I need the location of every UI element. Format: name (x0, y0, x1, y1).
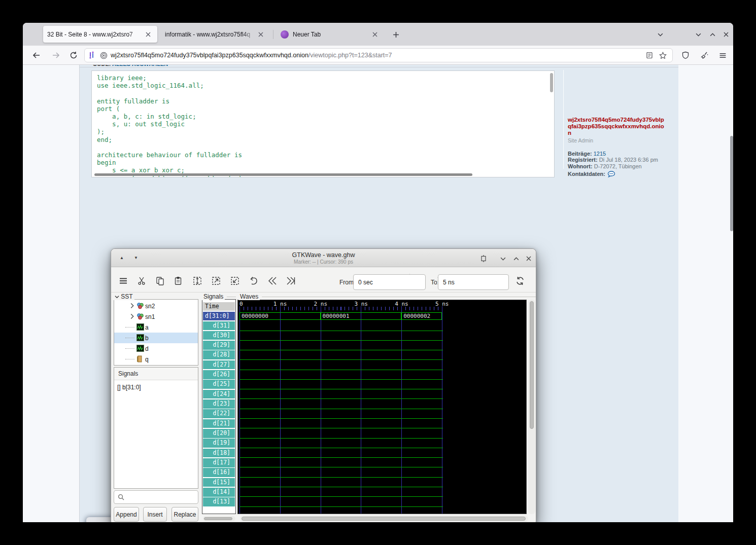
signal-cell-d[22][interactable]: d[22] (203, 409, 235, 418)
signal-cell-d[16][interactable]: d[16] (203, 468, 235, 477)
expander-chevron-icon[interactable] (130, 303, 134, 309)
tab-new-tab[interactable]: Neuer Tab (277, 26, 384, 43)
undo-icon[interactable] (248, 275, 260, 287)
from-time-input[interactable]: 0 sec (353, 274, 426, 290)
go-to-start-icon[interactable] (266, 275, 279, 287)
tree-item-b[interactable]: b (114, 333, 198, 343)
gtkwave-minimize-icon[interactable] (497, 253, 508, 264)
waveform-icon (136, 334, 144, 341)
waveform-icon (136, 323, 144, 331)
menu-icon[interactable] (117, 275, 129, 287)
signal-cell-d[30][interactable]: d[30] (203, 331, 235, 340)
tree-item-q[interactable]: q (114, 354, 198, 365)
username-link[interactable]: wj2xtsro75fl4q5mo724fudy375vblpqfai3pzp6… (568, 117, 665, 136)
tree-item-a[interactable]: a (114, 322, 198, 333)
fit-window-icon[interactable] (478, 253, 489, 264)
tor-logo-icon (281, 30, 289, 39)
code-label-text: CODE: (93, 65, 111, 67)
signal-cell-d[31][interactable]: d[31] (203, 321, 235, 330)
signal-cell-d[17][interactable]: d[17] (203, 458, 235, 467)
signal-search-input[interactable] (114, 490, 198, 504)
code-horizontal-scrollbar[interactable] (94, 173, 472, 176)
posts-count-link[interactable]: 1215 (594, 151, 606, 157)
signal-cell-d[26][interactable]: d[26] (203, 370, 235, 379)
signal-cell-d[28][interactable]: d[28] (203, 350, 235, 359)
reader-mode-icon[interactable] (643, 49, 656, 61)
paste-icon[interactable] (172, 275, 184, 287)
zoom-out-icon[interactable] (229, 275, 241, 287)
expander-chevron-icon[interactable] (130, 313, 134, 319)
time-header-cell[interactable]: Time (203, 302, 235, 311)
waves-hscrollbar[interactable] (240, 516, 528, 522)
zoom-in-icon[interactable] (210, 275, 222, 287)
wave-low-line-d[14] (239, 496, 443, 497)
scrollbar-thumb[interactable] (204, 517, 232, 520)
signal-cell-d[20][interactable]: d[20] (203, 429, 235, 438)
onion-site-icon[interactable] (100, 52, 108, 59)
copy-icon[interactable] (154, 275, 166, 287)
signal-cell-d[19][interactable]: d[19] (203, 439, 235, 447)
tab-close-icon[interactable] (143, 29, 153, 40)
tab-informatik[interactable]: informatik - www.wj2xtsro75fl4q (161, 26, 270, 43)
select-all-link[interactable]: ALLES AUSWÄHLEN (112, 65, 168, 67)
tree-item-sn2[interactable]: sn2 (114, 301, 198, 311)
code-vertical-scrollbar[interactable] (550, 73, 553, 92)
waves-vscrollbar[interactable] (528, 300, 535, 514)
scrollbar-thumb[interactable] (530, 301, 534, 429)
signal-cell-d[15][interactable]: d[15] (203, 478, 235, 487)
menu-hamburger-icon[interactable] (715, 48, 730, 63)
reload-waves-icon[interactable] (514, 275, 526, 287)
bookmark-star-icon[interactable] (656, 49, 669, 61)
page-content: CODE: ALLES AUSWÄHLEN library ieee; use … (23, 65, 733, 522)
page-scrollbar[interactable] (730, 136, 733, 231)
window-maximize-icon[interactable] (706, 28, 719, 41)
reload-button[interactable] (66, 48, 81, 63)
signal-cell-d[25][interactable]: d[25] (203, 380, 235, 388)
post-top-divider (79, 67, 678, 67)
signal-column-hscrollbar[interactable] (203, 516, 235, 521)
signal-cell-d[24][interactable]: d[24] (203, 390, 235, 398)
list-all-tabs-chevron-icon[interactable] (654, 28, 667, 41)
wave-low-line-d[31] (239, 331, 443, 331)
tree-item-sn1[interactable]: sn1 (114, 311, 198, 322)
signal-list-item[interactable]: [] b[31:0] (114, 380, 198, 391)
tree-item-label: a (145, 324, 149, 331)
clear-data-broom-icon[interactable] (697, 48, 712, 63)
go-to-end-icon[interactable] (285, 275, 297, 287)
back-button[interactable] (29, 48, 44, 63)
signal-cell-d[18][interactable]: d[18] (203, 449, 235, 457)
zoom-fit-icon[interactable] (191, 275, 203, 287)
insert-button[interactable]: Insert (143, 507, 167, 522)
code-block[interactable]: library ieee; use ieee.std_logic_1164.al… (91, 70, 555, 177)
signal-cell-d[29][interactable]: d[29] (203, 341, 235, 349)
wave-canvas[interactable]: 01 ns2 ns3 ns4 ns5 ns0000000000000001000… (237, 300, 527, 514)
gtkwave-maximize-icon[interactable] (510, 253, 522, 264)
signal-cell-d[21][interactable]: d[21] (203, 419, 235, 428)
wave-low-line-d[27] (239, 370, 443, 370)
signal-cell-d[23][interactable]: d[23] (203, 399, 235, 408)
signal-cell-d[27][interactable]: d[27] (203, 360, 235, 369)
window-minimize-icon[interactable] (692, 28, 705, 41)
window-close-icon[interactable] (719, 28, 733, 41)
gtkwave-titlebar[interactable]: ▲ ▼ GTKWave - wave.ghw Marker: -- | Curs… (111, 249, 536, 267)
signal-cell-bus[interactable]: d[31:0] (203, 312, 235, 320)
tab-close-icon[interactable] (370, 29, 380, 40)
private-message-icon[interactable] (607, 171, 615, 177)
to-time-input[interactable]: 5 ns (438, 274, 509, 290)
new-tab-button[interactable] (389, 28, 402, 41)
url-bar[interactable]: wj2xtsro75fl4q5mo724fudy375vblpqfai3pzp6… (84, 48, 673, 62)
forward-button[interactable] (48, 48, 63, 63)
signal-cell-d[14][interactable]: d[14] (203, 488, 235, 496)
tree-item-d[interactable]: d (114, 343, 198, 354)
scrollbar-thumb[interactable] (242, 517, 526, 521)
circuit-display-icon[interactable] (88, 51, 96, 59)
gtkwave-close-icon[interactable] (523, 253, 534, 264)
append-button[interactable]: Append (114, 507, 139, 522)
signal-cell-d[13][interactable]: d[13] (203, 497, 235, 506)
cut-icon[interactable] (135, 275, 148, 287)
replace-button[interactable]: Replace (171, 507, 198, 522)
shield-icon[interactable] (678, 48, 693, 63)
tab-close-icon[interactable] (256, 29, 266, 40)
sst-expander[interactable]: SST (113, 293, 134, 300)
tab-forum-page[interactable]: 32 Bit - Seite 8 - www.wj2xtsro7 (43, 26, 157, 43)
